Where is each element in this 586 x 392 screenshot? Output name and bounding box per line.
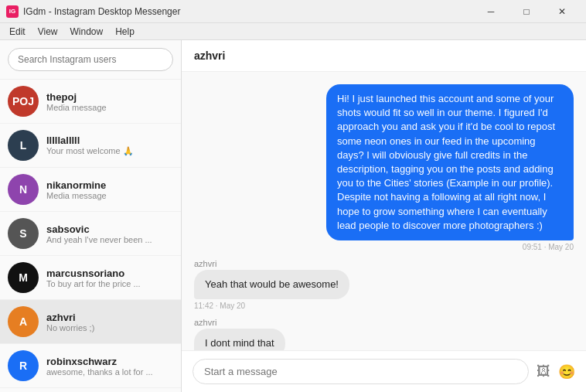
conv-preview: Media message <box>46 191 173 200</box>
avatar: N <box>8 174 39 205</box>
conversation-list: POJ thepoj Media message L lllllalllll Y… <box>0 80 181 392</box>
message-time: 09:51 · May 20 <box>523 243 574 251</box>
conv-info: lllllalllll Your most welcome 🙏 <box>46 135 173 156</box>
minimize-button[interactable]: ─ <box>473 0 509 23</box>
message-bubble: Hi! I just launched this account and som… <box>326 84 574 240</box>
conv-preview: To buy art for the price ... <box>46 279 173 288</box>
conv-info: marcusnsoriano To buy art for the price … <box>46 268 173 288</box>
conv-name: marcusnsoriano <box>46 268 173 279</box>
avatar: S <box>8 218 39 249</box>
menu-help[interactable]: Help <box>109 25 141 39</box>
conv-info: thepoj Media message <box>46 91 173 112</box>
conv-name: lllllalllll <box>46 135 173 146</box>
window-controls: ─ □ ✕ <box>473 0 580 23</box>
message-row: Hi! I just launched this account and som… <box>194 84 574 251</box>
menu-edit[interactable]: Edit <box>3 25 32 39</box>
close-button[interactable]: ✕ <box>544 0 580 23</box>
avatar: R <box>8 350 39 381</box>
conv-preview: Your most welcome 🙏 <box>46 146 173 156</box>
conversation-item[interactable]: L lllllalllll Your most welcome 🙏 <box>0 124 181 168</box>
conv-preview: No worries ;) <box>46 323 173 332</box>
avatar: POJ <box>8 86 39 117</box>
conv-name: azhvri <box>46 312 173 323</box>
app-icon: IG <box>6 5 19 18</box>
conv-info: robinxschwarz awesome, thanks a lot for … <box>46 356 173 377</box>
conversation-item[interactable]: POJ thepoj Media message <box>0 80 181 124</box>
conv-name: nikanormine <box>46 179 173 191</box>
image-icon[interactable]: 🖼 <box>537 363 550 380</box>
menubar: Edit View Window Help <box>0 23 586 40</box>
conv-info: sabsovic And yeah I've never been ... <box>46 223 173 244</box>
conversation-item[interactable]: A azhvri No worries ;) <box>0 300 181 344</box>
conv-info: azhvri No worries ;) <box>46 312 173 332</box>
chat-input-area: 🖼 😊 <box>182 350 586 392</box>
conv-name: robinxschwarz <box>46 356 173 367</box>
message-row: azhvriYeah that would be awesome!11:42 ·… <box>194 259 574 310</box>
titlebar: IG IGdm - Instagram Desktop Messenger ─ … <box>0 0 586 23</box>
message-sender: azhvri <box>194 318 216 327</box>
maximize-button[interactable]: □ <box>509 0 544 23</box>
menu-window[interactable]: Window <box>63 25 109 39</box>
conversation-item[interactable]: H hibbantan Awesome man thanks for th ..… <box>0 388 181 392</box>
message-row: azhvriI dont mind that11:42 · May 20 <box>194 318 574 350</box>
message-input[interactable] <box>192 359 529 384</box>
titlebar-left: IG IGdm - Instagram Desktop Messenger <box>6 5 180 18</box>
chat-area: azhvri Hi! I just launched this account … <box>182 40 586 392</box>
conv-name: thepoj <box>46 91 173 103</box>
chat-header: azhvri <box>182 40 586 72</box>
conversation-item[interactable]: S sabsovic And yeah I've never been ... <box>0 212 181 256</box>
conversation-item[interactable]: R robinxschwarz awesome, thanks a lot fo… <box>0 344 181 388</box>
window-title: IGdm - Instagram Desktop Messenger <box>23 6 180 17</box>
message-time: 11:42 · May 20 <box>194 302 245 310</box>
conversation-item[interactable]: N nikanormine Media message <box>0 168 181 212</box>
conv-preview: awesome, thanks a lot for ... <box>46 367 173 377</box>
emoji-icon[interactable]: 😊 <box>558 363 575 380</box>
message-sender: azhvri <box>194 259 216 268</box>
sidebar: POJ thepoj Media message L lllllalllll Y… <box>0 40 182 392</box>
search-area <box>0 40 181 80</box>
message-bubble: Yeah that would be awesome! <box>194 270 349 299</box>
search-input[interactable] <box>8 48 173 71</box>
conv-preview: And yeah I've never been ... <box>46 235 173 244</box>
avatar: A <box>8 306 39 337</box>
message-bubble: I dont mind that <box>194 329 285 350</box>
main-content: POJ thepoj Media message L lllllalllll Y… <box>0 40 586 392</box>
avatar: L <box>8 130 39 161</box>
avatar: M <box>8 262 39 293</box>
conv-preview: Media message <box>46 103 173 112</box>
conv-name: sabsovic <box>46 223 173 235</box>
conv-info: nikanormine Media message <box>46 179 173 200</box>
app-icon-text: IG <box>9 8 15 15</box>
menu-view[interactable]: View <box>32 25 64 39</box>
conversation-item[interactable]: M marcusnsoriano To buy art for the pric… <box>0 256 181 300</box>
chat-messages: Hi! I just launched this account and som… <box>182 72 586 350</box>
